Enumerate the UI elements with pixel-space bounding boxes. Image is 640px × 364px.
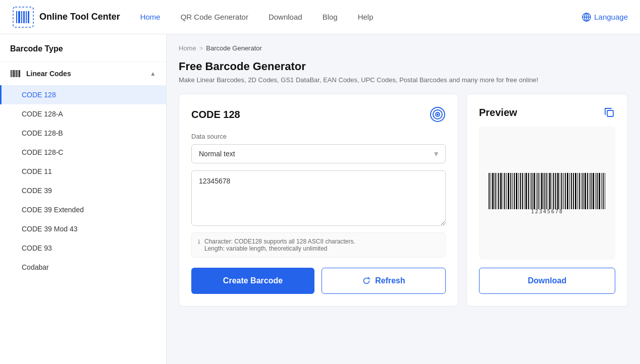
data-source-select[interactable]: Normal text Hex string: [191, 144, 446, 163]
nav-qr-code[interactable]: QR Code Generator: [181, 13, 248, 21]
svg-rect-75: [591, 173, 592, 209]
main-nav: Home QR Code Generator Download Blog Hel…: [140, 13, 562, 21]
sidebar-item-code128a[interactable]: CODE 128-A: [0, 104, 166, 124]
svg-rect-61: [563, 173, 564, 209]
svg-rect-44: [530, 173, 530, 209]
svg-rect-25: [492, 173, 494, 209]
svg-rect-67: [575, 173, 576, 209]
svg-rect-45: [531, 173, 532, 209]
svg-rect-53: [548, 173, 548, 209]
copy-icon[interactable]: [603, 106, 615, 118]
svg-rect-54: [549, 173, 551, 209]
breadcrumb-separator: >: [199, 44, 203, 52]
sidebar-item-codabar[interactable]: Codabar: [0, 258, 166, 277]
svg-rect-27: [497, 173, 497, 209]
svg-rect-64: [569, 173, 570, 209]
svg-rect-13: [13, 70, 15, 77]
info-box: ℹ Character: CODE128 supports all 128 AS…: [191, 232, 446, 258]
sidebar-items-list: CODE 128 CODE 128-A CODE 128-B CODE 128-…: [0, 85, 166, 277]
svg-rect-74: [589, 173, 590, 209]
svg-rect-65: [571, 173, 572, 209]
svg-rect-58: [557, 173, 559, 209]
sidebar-item-code93[interactable]: CODE 93: [0, 238, 166, 258]
action-buttons: Create Barcode Refresh: [191, 268, 446, 294]
svg-rect-62: [565, 173, 566, 209]
sidebar-item-code39[interactable]: CODE 39: [0, 181, 166, 200]
sidebar-item-code128c[interactable]: CODE 128-C: [0, 143, 166, 162]
content-row: CODE 128 Data source Normal text Hex str…: [179, 94, 628, 307]
nav-help[interactable]: Help: [358, 13, 374, 21]
svg-rect-60: [561, 173, 562, 209]
svg-rect-51: [544, 173, 545, 209]
svg-point-21: [437, 113, 439, 115]
sidebar-item-code11[interactable]: CODE 11: [0, 162, 166, 181]
svg-rect-66: [573, 173, 574, 209]
info-text: Character: CODE128 supports all 128 ASCI…: [204, 238, 355, 252]
barcode-image: 12345678: [487, 168, 608, 218]
svg-rect-29: [500, 173, 502, 209]
svg-rect-22: [607, 110, 613, 116]
main-content: Home > Barcode Generator Free Barcode Ge…: [167, 34, 640, 364]
refresh-icon: [362, 276, 371, 285]
svg-rect-49: [540, 173, 540, 209]
data-source-label: Data source: [191, 133, 446, 140]
svg-rect-68: [577, 173, 578, 209]
preview-title: Preview: [479, 107, 517, 118]
language-button[interactable]: Language: [582, 13, 628, 22]
svg-rect-69: [579, 173, 580, 209]
generator-card: CODE 128 Data source Normal text Hex str…: [179, 94, 458, 307]
preview-header: Preview: [479, 106, 615, 118]
svg-rect-35: [512, 173, 513, 209]
header: Online Tool Center Home QR Code Generato…: [0, 0, 640, 34]
info-icon: ℹ: [198, 238, 200, 252]
nav-download[interactable]: Download: [269, 13, 302, 21]
svg-rect-37: [516, 173, 517, 209]
breadcrumb-home[interactable]: Home: [179, 44, 196, 52]
svg-rect-46: [534, 173, 535, 209]
target-icon[interactable]: [430, 106, 446, 123]
globe-icon: [582, 13, 591, 22]
svg-rect-30: [503, 173, 503, 209]
chevron-up-icon: ▲: [150, 70, 156, 77]
svg-rect-43: [528, 173, 529, 209]
linear-codes-category[interactable]: Linear Codes ▲: [0, 62, 166, 85]
refresh-label: Refresh: [375, 276, 405, 285]
barcode-input[interactable]: 12345678: [191, 170, 446, 226]
generator-card-header: CODE 128: [191, 106, 446, 123]
nav-blog[interactable]: Blog: [323, 13, 338, 21]
svg-rect-39: [520, 173, 521, 209]
download-button[interactable]: Download: [479, 268, 615, 294]
nav-home[interactable]: Home: [140, 13, 161, 21]
sidebar-item-code128[interactable]: CODE 128: [0, 85, 166, 104]
sidebar-item-code39mod43[interactable]: CODE 39 Mod 43: [0, 219, 166, 238]
svg-rect-15: [16, 70, 17, 77]
preview-card: Preview: [466, 94, 628, 307]
svg-rect-4: [23, 11, 25, 23]
refresh-button[interactable]: Refresh: [322, 268, 446, 294]
svg-rect-2: [18, 11, 20, 23]
svg-rect-63: [567, 173, 568, 209]
svg-rect-33: [508, 173, 509, 209]
svg-rect-70: [581, 173, 581, 209]
barcode-logo-icon: [12, 6, 34, 28]
language-label: Language: [594, 13, 628, 21]
breadcrumb: Home > Barcode Generator: [179, 44, 628, 52]
svg-rect-12: [12, 70, 13, 77]
svg-rect-32: [506, 173, 507, 209]
svg-rect-6: [28, 11, 29, 23]
sidebar-item-code128b[interactable]: CODE 128-B: [0, 124, 166, 143]
svg-rect-79: [599, 173, 600, 209]
svg-rect-1: [16, 11, 17, 23]
svg-rect-77: [595, 173, 596, 209]
sidebar-title: Barcode Type: [0, 44, 166, 62]
svg-text:12345678: 12345678: [531, 209, 563, 214]
svg-rect-72: [584, 173, 586, 209]
svg-rect-81: [603, 173, 604, 209]
svg-rect-52: [546, 173, 547, 209]
barcode-display: 12345678: [479, 127, 615, 260]
page-title: Free Barcode Generator: [179, 60, 628, 73]
generator-card-title: CODE 128: [191, 109, 240, 120]
create-barcode-button[interactable]: Create Barcode: [191, 268, 314, 294]
sidebar-item-code39extended[interactable]: CODE 39 Extended: [0, 200, 166, 219]
logo[interactable]: Online Tool Center: [12, 6, 120, 28]
